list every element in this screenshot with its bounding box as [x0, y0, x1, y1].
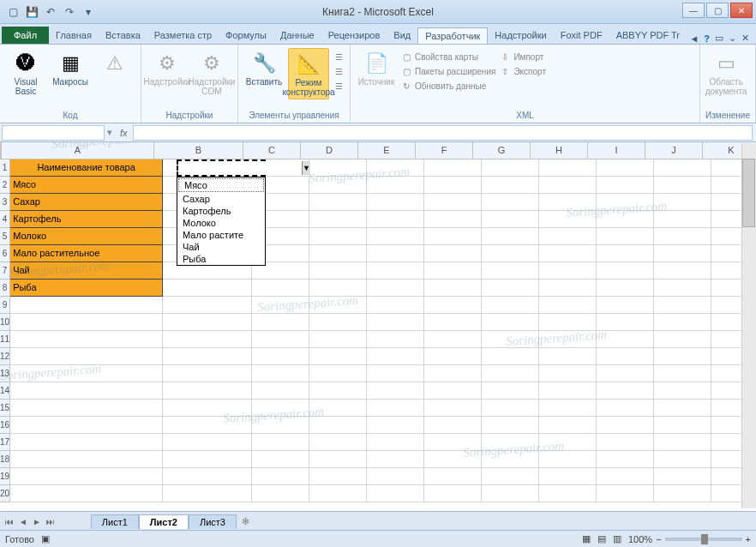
cell-H3[interactable] [539, 194, 597, 211]
row-header-1[interactable]: 1 [0, 159, 10, 177]
cell-E12[interactable] [367, 348, 424, 365]
cell-H15[interactable] [539, 400, 597, 417]
com-addins-button[interactable]: ⚙Надстройки COM [191, 48, 232, 98]
cell-D8[interactable] [309, 280, 367, 297]
cell-I7[interactable] [597, 262, 654, 280]
cell-A20[interactable] [10, 485, 163, 502]
row-header-17[interactable]: 17 [0, 434, 10, 451]
cell-G20[interactable] [482, 485, 539, 502]
ribbon-close-icon[interactable]: ✕ [741, 33, 749, 44]
cell-A13[interactable] [10, 365, 163, 382]
cell-J18[interactable] [654, 451, 711, 468]
cell-A1[interactable]: Наименование товара [10, 159, 163, 177]
cell-D14[interactable] [309, 382, 367, 400]
source-button[interactable]: 📄Источник [356, 48, 397, 88]
cell-F19[interactable] [424, 468, 482, 485]
cell-A9[interactable] [10, 297, 163, 314]
cell-D15[interactable] [309, 400, 367, 417]
zoom-control[interactable]: 100% − + [628, 534, 751, 544]
nav-prev-icon[interactable]: ◄ [17, 517, 29, 526]
cell-I19[interactable] [597, 468, 654, 485]
cell-D2[interactable] [309, 177, 367, 194]
cell-J14[interactable] [654, 382, 711, 400]
cell-G18[interactable] [482, 451, 539, 468]
cell-C18[interactable] [252, 451, 309, 468]
cell-A12[interactable] [10, 348, 163, 365]
cell-H19[interactable] [539, 468, 597, 485]
cell-I6[interactable] [597, 245, 654, 262]
row-header-18[interactable]: 18 [0, 451, 10, 468]
cell-C13[interactable] [252, 365, 309, 382]
cell-A16[interactable] [10, 417, 163, 434]
cell-E7[interactable] [367, 262, 424, 280]
zoom-in-icon[interactable]: + [746, 534, 751, 544]
redo-icon[interactable]: ↷ [62, 4, 77, 20]
cell-F15[interactable] [424, 400, 482, 417]
cell-H16[interactable] [539, 417, 597, 434]
nav-first-icon[interactable]: ⏮ [3, 517, 15, 526]
cell-J6[interactable] [654, 245, 711, 262]
cell-I4[interactable] [597, 211, 654, 228]
excel-icon[interactable]: ▢ [5, 4, 21, 20]
cell-J9[interactable] [654, 297, 711, 314]
maximize-button[interactable]: ▢ [706, 3, 729, 18]
combobox-option[interactable]: Чай [177, 241, 265, 253]
tab-разметка стр[interactable]: Разметка стр [147, 27, 219, 44]
row-header-7[interactable]: 7 [0, 262, 10, 280]
cell-B17[interactable] [163, 434, 252, 451]
cell-F8[interactable] [424, 280, 482, 297]
tab-вид[interactable]: Вид [387, 27, 417, 44]
cell-H7[interactable] [539, 262, 597, 280]
cell-E11[interactable] [367, 331, 424, 348]
cell-A15[interactable] [10, 400, 163, 417]
cell-A10[interactable] [10, 314, 163, 331]
cell-F18[interactable] [424, 451, 482, 468]
cell-F2[interactable] [424, 177, 482, 194]
cell-F3[interactable] [424, 194, 482, 211]
cell-F13[interactable] [424, 365, 482, 382]
cell-A4[interactable]: Картофель [10, 211, 163, 228]
row-header-4[interactable]: 4 [0, 211, 10, 228]
cell-J8[interactable] [654, 280, 711, 297]
view-break-icon[interactable]: ▥ [613, 533, 621, 544]
cell-J11[interactable] [654, 331, 711, 348]
row-header-2[interactable]: 2 [0, 177, 10, 194]
row-header-20[interactable]: 20 [0, 485, 10, 502]
cell-C11[interactable] [252, 331, 309, 348]
cell-G12[interactable] [482, 348, 539, 365]
cell-C19[interactable] [252, 468, 309, 485]
cell-D11[interactable] [309, 331, 367, 348]
cell-I14[interactable] [597, 382, 654, 400]
insert-control-button[interactable]: 🔧Вставить [243, 48, 285, 88]
row-header-11[interactable]: 11 [0, 331, 10, 348]
cell-I8[interactable] [597, 280, 654, 297]
combobox-option[interactable]: Мясо [178, 178, 264, 192]
cell-G14[interactable] [482, 382, 539, 400]
cell-J10[interactable] [654, 314, 711, 331]
col-header-D[interactable]: D [301, 142, 358, 159]
cell-G6[interactable] [482, 245, 539, 262]
tab-разработчик[interactable]: Разработчик [417, 27, 488, 44]
cell-A17[interactable] [10, 434, 163, 451]
minimize-button[interactable]: — [682, 3, 705, 18]
cell-F10[interactable] [424, 314, 482, 331]
col-header-F[interactable]: F [416, 142, 473, 159]
row-header-19[interactable]: 19 [0, 468, 10, 485]
cell-B11[interactable] [163, 331, 252, 348]
cell-A18[interactable] [10, 451, 163, 468]
nav-last-icon[interactable]: ⏭ [45, 517, 57, 526]
col-header-A[interactable]: A [2, 142, 154, 159]
view-code-button[interactable]: ☰ [333, 64, 345, 78]
cell-J12[interactable] [654, 348, 711, 365]
cell-E14[interactable] [367, 382, 424, 400]
tab-рецензиров[interactable]: Рецензиров [321, 27, 387, 44]
cell-F16[interactable] [424, 417, 482, 434]
fx-icon[interactable]: fx [115, 128, 133, 138]
close-button[interactable]: ✕ [730, 3, 753, 18]
design-mode-button[interactable]: 📐Режим конструктора [288, 48, 329, 99]
cell-F4[interactable] [424, 211, 482, 228]
cell-E20[interactable] [367, 485, 424, 502]
cell-G3[interactable] [482, 194, 539, 211]
formula-input[interactable] [133, 125, 753, 141]
cell-C17[interactable] [252, 434, 309, 451]
